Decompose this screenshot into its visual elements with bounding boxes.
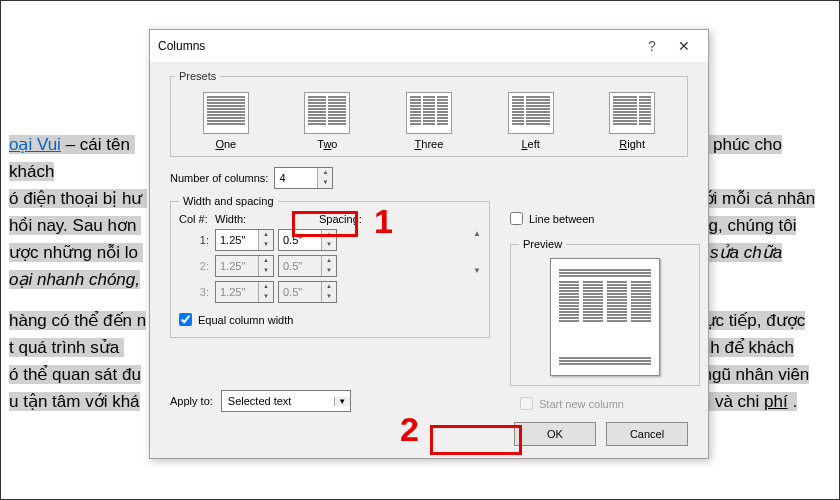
width-2-spinner: ▲▼	[215, 255, 274, 277]
ws-row-1: 1: ▲▼ ▲▼	[179, 229, 467, 251]
preview-page-icon	[550, 258, 660, 376]
apply-to-label: Apply to:	[170, 395, 213, 407]
start-new-column-checkbox: Start new column	[520, 397, 624, 410]
preset-three-icon	[406, 92, 452, 134]
line-between-checkbox[interactable]: Line between	[510, 212, 594, 225]
chevron-down-icon[interactable]: ▼	[334, 397, 350, 406]
dialog-titlebar: Columns ? ✕	[150, 30, 708, 62]
preset-left-icon	[508, 92, 554, 134]
equal-width-checkbox[interactable]: Equal column width	[179, 313, 293, 326]
spacing-2-spinner: ▲▼	[278, 255, 337, 277]
num-columns-spinner[interactable]: ▲▼	[274, 167, 333, 189]
ws-row-3: 3: ▲▼ ▲▼	[179, 281, 467, 303]
preset-right-icon	[609, 92, 655, 134]
width-spacing-group: Width and spacing Col #: Width: Spacing:…	[170, 195, 490, 338]
spacing-1-spinner[interactable]: ▲▼	[278, 229, 337, 251]
preset-three[interactable]: Three	[384, 92, 474, 150]
presets-legend: Presets	[175, 70, 220, 82]
columns-dialog: Columns ? ✕ Presets One Two Three	[149, 29, 709, 459]
ws-row-2: 2: ▲▼ ▲▼	[179, 255, 467, 277]
preview-group: Preview	[510, 238, 700, 386]
spacing-3-spinner: ▲▼	[278, 281, 337, 303]
width-spacing-legend: Width and spacing	[179, 195, 278, 207]
preset-one-icon	[203, 92, 249, 134]
close-button[interactable]: ✕	[668, 38, 700, 54]
dialog-title: Columns	[158, 39, 636, 53]
ws-scroll[interactable]: ▲▼	[473, 229, 481, 307]
preset-two[interactable]: Two	[282, 92, 372, 150]
annotation-number-2: 2	[400, 410, 419, 449]
width-1-spinner[interactable]: ▲▼	[215, 229, 274, 251]
preset-right[interactable]: Right	[587, 92, 677, 150]
spinner-up-icon[interactable]: ▲	[318, 168, 332, 178]
preset-one[interactable]: One	[181, 92, 271, 150]
cancel-button[interactable]: Cancel	[606, 422, 688, 446]
preset-two-icon	[304, 92, 350, 134]
num-columns-label: Number of columns:	[170, 172, 268, 184]
spinner-down-icon[interactable]: ▼	[318, 178, 332, 188]
help-button[interactable]: ?	[636, 38, 668, 54]
apply-to-combo[interactable]: Selected text ▼	[221, 390, 351, 412]
width-3-spinner: ▲▼	[215, 281, 274, 303]
annotation-box-2	[430, 425, 522, 455]
preview-legend: Preview	[519, 238, 566, 250]
num-columns-input[interactable]	[275, 168, 317, 188]
preset-left[interactable]: Left	[486, 92, 576, 150]
ok-button[interactable]: OK	[514, 422, 596, 446]
presets-group: Presets One Two Three Left	[170, 70, 688, 157]
